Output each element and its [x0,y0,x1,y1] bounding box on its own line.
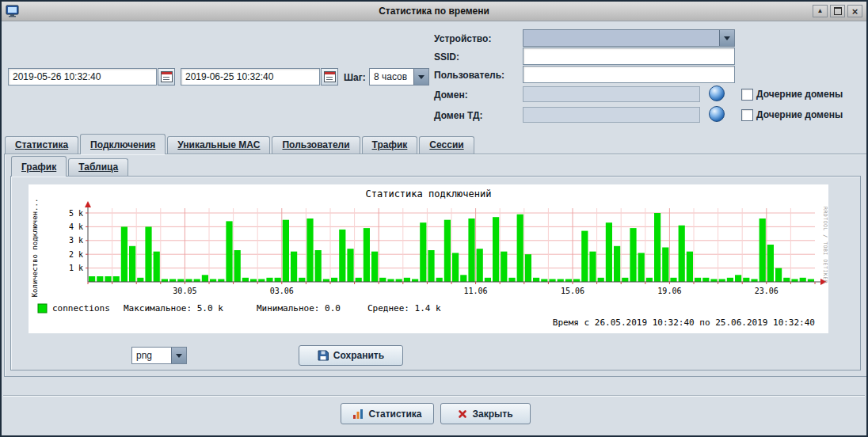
user-label: Пользователь: [434,70,504,81]
svg-text:RRDTOOL / TOBI OETIKER: RRDTOOL / TOBI OETIKER [822,207,828,283]
tab-traffic-label: Трафик [372,139,408,150]
svg-text:Максимальное: 5.0 k: Максимальное: 5.0 k [124,303,223,314]
connections-chart: 1 k2 k3 k4 k5 k30.0503.0611.0615.0619.06… [29,184,828,333]
device-label: Устройство: [434,33,491,44]
tab-table-label: Таблица [78,162,118,173]
save-button-label: Сохранить [333,350,384,361]
step-select[interactable]: 8 часов [369,68,429,86]
domain-td-child-label: Дочерние домены [756,109,843,120]
tab-connections[interactable]: Подключения [80,134,166,154]
device-value [523,30,719,46]
svg-text:15.06: 15.06 [561,287,584,295]
close-button-label: Закрыть [472,408,512,420]
chevron-down-icon[interactable] [719,30,734,46]
date-to-input[interactable] [181,68,320,86]
date-to-calendar-button[interactable] [321,68,338,86]
shade-button[interactable]: ▲ [813,5,828,17]
svg-text:03.06: 03.06 [270,287,294,295]
tab-users-label: Пользователи [282,139,349,150]
tab-connections-label: Подключения [90,139,155,150]
statistics-button-label: Статистика [368,408,421,420]
window-controls: ▲ × [810,5,862,17]
chart-svg: 1 k2 k3 k4 k5 k30.0503.0611.0615.0619.06… [29,184,828,333]
svg-text:5 k: 5 k [69,209,83,218]
tab-table[interactable]: Таблица [68,158,128,176]
calendar-icon [161,71,173,82]
svg-text:23.06: 23.06 [755,287,779,295]
maximize-icon [834,7,842,15]
svg-text:Минимальное: 0.0: Минимальное: 0.0 [257,303,341,314]
close-window-button[interactable]: × [847,5,862,17]
close-x-icon [458,409,467,419]
tab-statistics[interactable]: Статистика [5,136,78,154]
svg-text:2 k: 2 k [69,250,83,259]
ssid-label: SSID: [434,51,459,63]
chevron-down-icon[interactable] [413,69,428,85]
main-tabbar: СтатистикаПодключенияУникальные MACПольз… [5,135,476,154]
ssid-input[interactable] [523,48,735,65]
tab-unique-mac[interactable]: Уникальные MAC [167,136,270,154]
domain-globe-button[interactable] [709,86,725,101]
domain-td-child-checkbox[interactable] [741,109,753,121]
svg-text:19.06: 19.06 [657,287,681,295]
tab-statistics-label: Статистика [15,139,68,150]
svg-text:Среднее: 1.4 k: Среднее: 1.4 k [367,303,441,314]
export-format-select[interactable]: png [131,347,187,364]
user-input[interactable] [523,66,735,83]
step-label: Шаг: [344,72,366,83]
chevron-down-icon[interactable] [171,348,186,363]
window-title: Статистика по времени [2,6,866,17]
svg-text:Время с 26.05.2019 10:32:40 по: Время с 26.05.2019 10:32:40 по 25.06.201… [553,317,815,328]
domain-child-checkbox[interactable] [741,89,753,101]
svg-text:4 k: 4 k [69,222,83,231]
domain-td-input [523,107,700,123]
tab-unique-mac-label: Уникальные MAC [177,139,260,150]
maximize-button[interactable] [830,5,845,17]
domain-td-globe-button[interactable] [709,106,725,122]
step-value: 8 часов [370,69,413,85]
tab-graph[interactable]: График [11,156,67,177]
save-icon [318,350,329,361]
close-icon: × [852,6,858,17]
domain-label: Домен: [434,89,468,101]
tab-users[interactable]: Пользователи [272,136,360,154]
shade-icon: ▲ [817,8,824,14]
statistics-window: Статистика по времени ▲ × Шаг: 8 часов У… [0,0,868,437]
tab-sessions[interactable]: Сессии [419,136,474,154]
svg-text:3 k: 3 k [69,236,83,245]
calendar-icon [324,71,336,82]
tab-sessions-label: Сессии [429,139,463,150]
svg-text:connections: connections [52,303,110,314]
titlebar[interactable]: Статистика по времени ▲ × [2,2,866,21]
bar-chart-icon [352,408,364,420]
tab-traffic[interactable]: Трафик [362,136,418,154]
svg-text:30.05: 30.05 [173,287,196,295]
domain-td-label: Домен ТД: [434,110,483,121]
footer-divider [3,395,865,397]
svg-text:1 k: 1 k [69,264,83,272]
save-button[interactable]: Сохранить [299,345,403,366]
domain-child-label: Дочерние домены [756,89,843,100]
export-format-value: png [132,348,171,363]
domain-input [523,86,700,102]
tab-graph-label: График [21,162,56,173]
svg-text:Статистика подключений: Статистика подключений [366,188,492,200]
inner-tabbar: ГрафикТаблица [11,157,130,177]
svg-text:11.06: 11.06 [464,287,488,295]
svg-text:Количество подключен...: Количество подключен... [31,199,39,298]
date-from-calendar-button[interactable] [158,68,175,86]
statistics-button[interactable]: Статистика [341,403,434,424]
date-from-input[interactable] [8,68,157,86]
device-select[interactable] [523,29,735,47]
close-button[interactable]: Закрыть [440,403,531,424]
